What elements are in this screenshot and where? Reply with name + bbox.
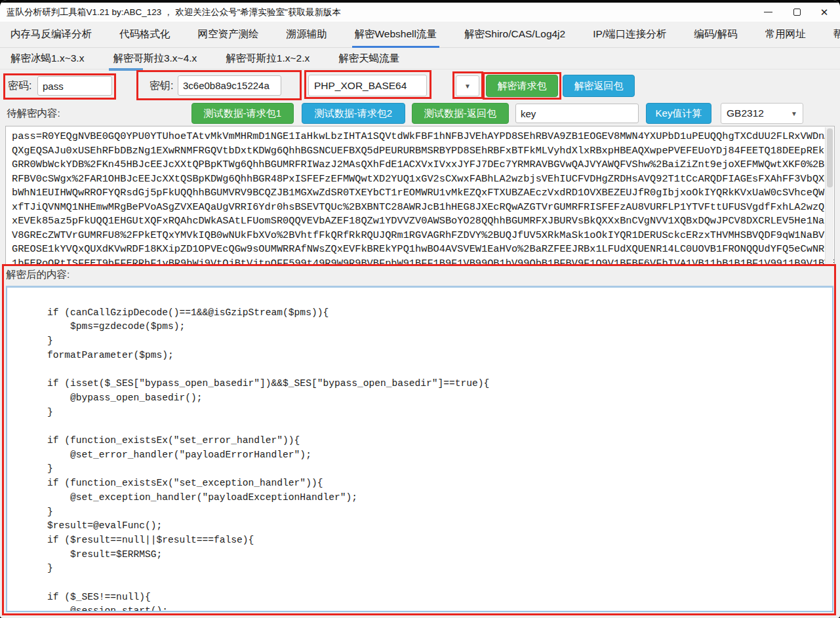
subtab-godzilla-1x-2x[interactable]: 解密哥斯拉1.x~2.x [224, 48, 311, 69]
decrypt-request-button[interactable]: 解密请求包 [486, 75, 558, 97]
encoding-select-value: GB2312 [727, 107, 764, 119]
tab-encode-decode[interactable]: 编码/解码 [692, 22, 738, 47]
test-data-request1-button[interactable]: 测试数据-请求包1 [191, 103, 294, 124]
close-icon: ✕ [820, 7, 829, 17]
decrypt-response-button[interactable]: 解密返回包 [563, 75, 635, 97]
subtab-godzilla-3x-4x[interactable]: 解密哥斯拉3.x~4.x [111, 48, 198, 69]
sub-tab-bar: 解密冰蝎1.x~3.x 解密哥斯拉3.x~4.x 解密哥斯拉1.x~2.x 解密… [0, 48, 840, 69]
encoding-select[interactable]: GB2312 ▼ [721, 103, 803, 124]
cipher-select-arrow-button[interactable]: ▼ [456, 75, 479, 96]
password-label: 密码: [8, 79, 31, 93]
tab-ip-port-analysis[interactable]: IP/端口连接分析 [591, 22, 668, 47]
minimize-icon [764, 12, 772, 12]
key-label: 密钥: [150, 79, 173, 93]
chevron-down-icon: ▼ [791, 110, 797, 117]
encrypted-content-text: pass=R0YEQgNVBE0GQ0YPU0YTUhoeTAtvMkVmMHR… [6, 126, 834, 265]
pending-content-label: 待解密内容: [7, 107, 60, 121]
key-value-input[interactable] [515, 104, 639, 123]
tab-code-format[interactable]: 代码格式化 [118, 22, 172, 47]
tab-help[interactable]: 帮助 [831, 22, 840, 47]
key-calc-button[interactable]: Key值计算 [646, 103, 711, 124]
title-bar: 蓝队分析研判工具箱V1.21 by:ABC_123 ， 欢迎关注公众号"希潭实验… [0, 3, 840, 22]
tab-decrypt-webshell-traffic[interactable]: 解密Webshell流量 [353, 22, 438, 47]
scrollbar[interactable] [825, 127, 833, 265]
encrypted-content-textarea[interactable]: pass=R0YEQgNVBE0GQ0YPU0YTUhoeTAtvMkVmMHR… [5, 126, 835, 265]
tab-decrypt-shiro-cas-log4j2[interactable]: 解密Shiro/CAS/Log4j2 [463, 22, 567, 47]
minimize-button[interactable] [753, 3, 782, 22]
subtab-behinder-1x-3x[interactable]: 解密冰蝎1.x~3.x [9, 48, 85, 69]
main-menu-bar: 内存马反编译分析 代码格式化 网空资产测绘 溯源辅助 解密Webshell流量 … [0, 22, 840, 48]
maximize-button[interactable] [782, 3, 811, 22]
cipher-select-value: PHP_XOR_BASE64 [314, 80, 407, 92]
tab-cyber-asset-mapping[interactable]: 网空资产测绘 [197, 22, 260, 47]
tab-trace-assist[interactable]: 溯源辅助 [285, 22, 329, 47]
decrypted-content-textarea[interactable]: if (canCallGzipDecode()==1&&@isGzipStrea… [6, 286, 833, 612]
test-data-response-button[interactable]: 测试数据-返回包 [412, 103, 509, 124]
password-input[interactable] [37, 76, 112, 96]
chevron-down-icon: ▼ [464, 83, 471, 90]
scrollbar-thumb[interactable] [827, 128, 833, 187]
decrypted-content-label: 解密后的内容: [6, 268, 70, 282]
app-window: 蓝队分析研判工具箱V1.21 by:ABC_123 ， 欢迎关注公众号"希潭实验… [0, 0, 840, 618]
key-input[interactable] [178, 75, 281, 96]
maximize-icon [793, 9, 801, 16]
close-button[interactable]: ✕ [810, 3, 839, 22]
cipher-select[interactable]: PHP_XOR_BASE64 [308, 75, 427, 96]
tab-common-urls[interactable]: 常用网址 [763, 22, 807, 47]
decrypted-content-text: if (canCallGzipDecode()==1&&@isGzipStrea… [7, 288, 832, 612]
window-title: 蓝队分析研判工具箱V1.21 by:ABC_123 ， 欢迎关注公众号"希潭实验… [7, 7, 341, 18]
test-data-request2-button[interactable]: 测试数据-请求包2 [302, 103, 405, 124]
tab-memoryshell-analysis[interactable]: 内存马反编译分析 [9, 22, 93, 47]
subtab-skyscorpion-traffic[interactable]: 解密天蝎流量 [337, 48, 401, 69]
